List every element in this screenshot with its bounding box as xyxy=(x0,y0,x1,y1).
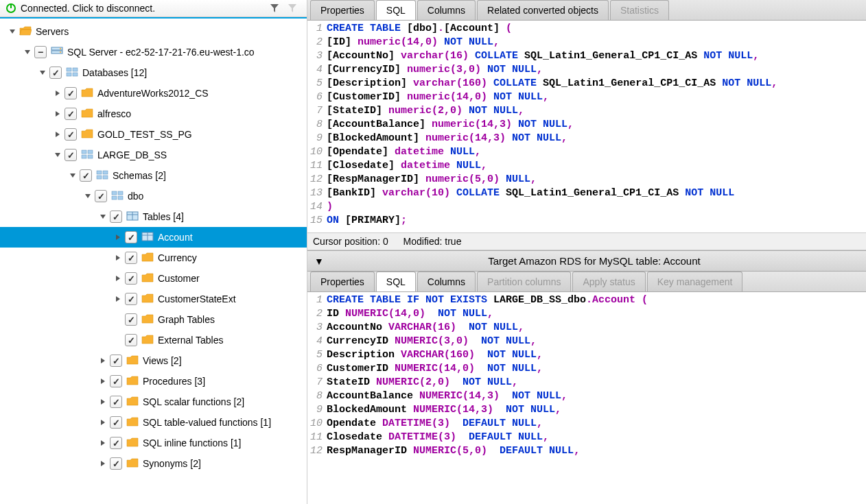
tree-table-3[interactable]: CustomerStateExt xyxy=(0,289,307,309)
expander-icon[interactable] xyxy=(114,295,122,303)
tab-columns[interactable]: Columns xyxy=(417,0,476,20)
checkbox[interactable] xyxy=(95,190,107,202)
code-content[interactable]: [CurrencyID] numeric(3,0) NOT NULL, xyxy=(327,63,543,77)
code-content[interactable]: CustomerID NUMERIC(14,0) NOT NULL, xyxy=(327,362,543,376)
expander-icon[interactable] xyxy=(84,192,92,200)
code-content[interactable]: Opendate DATETIME(3) DEFAULT NULL, xyxy=(327,417,543,431)
expander-icon[interactable] xyxy=(8,27,16,36)
expander-icon[interactable] xyxy=(54,130,62,139)
checkbox[interactable] xyxy=(110,437,122,449)
tree-other-1[interactable]: Procedures [3] xyxy=(0,371,307,392)
power-icon[interactable] xyxy=(5,3,16,14)
code-content[interactable]: [CustomerID] numeric(14,0) NOT NULL, xyxy=(327,91,549,104)
expander-icon[interactable] xyxy=(114,233,122,241)
tab-sql[interactable]: SQL xyxy=(376,272,416,291)
tree-db-2[interactable]: GOLD_TEST_SS_PG xyxy=(0,124,307,145)
code-content[interactable]: Description VARCHAR(160) NOT NULL, xyxy=(327,348,543,362)
tree-tables[interactable]: Tables [4] xyxy=(0,206,307,227)
tree-other-4[interactable]: SQL inline functions [1] xyxy=(0,433,307,453)
expander-icon[interactable] xyxy=(99,357,107,365)
code-content[interactable]: [AccountBalance] numeric(14,3) NOT NULL, xyxy=(327,118,574,132)
filter-icon[interactable] xyxy=(270,3,279,13)
tree-db-3[interactable]: LARGE_DB_SS xyxy=(0,145,307,165)
code-content[interactable]: [ID] numeric(14,0) NOT NULL, xyxy=(327,36,500,49)
code-content[interactable]: ID NUMERIC(14,0) NOT NULL, xyxy=(327,307,493,321)
tree-server[interactable]: SQL Server - ec2-52-17-21-76.eu-west-1.c… xyxy=(0,42,307,62)
expander-icon[interactable] xyxy=(54,110,62,118)
checkbox[interactable] xyxy=(110,396,122,408)
expander-icon[interactable] xyxy=(99,398,107,406)
code-content[interactable]: [RespManagerID] numeric(5,0) NULL, xyxy=(327,173,537,187)
code-content[interactable]: RespManagerID NUMERIC(5,0) DEFAULT NULL, xyxy=(327,444,580,458)
tree-table-2[interactable]: Customer xyxy=(0,268,307,289)
code-content[interactable]: [BankID] varchar(10) COLLATE SQL_Latin1_… xyxy=(327,187,734,200)
code-content[interactable]: StateID NUMERIC(2,0) NOT NULL, xyxy=(327,376,518,389)
checkbox[interactable] xyxy=(125,334,137,346)
tree-schema-dbo[interactable]: dbo xyxy=(0,186,307,206)
connection-status[interactable]: Connected. Click to disconnect. xyxy=(21,3,266,14)
tree-other-0[interactable]: Views [2] xyxy=(0,350,307,371)
checkbox[interactable] xyxy=(110,355,122,367)
expander-icon[interactable] xyxy=(23,48,32,56)
target-section-header[interactable]: ▼ Target Amazon RDS for MySQL table: Acc… xyxy=(307,250,866,272)
tree-db-1[interactable]: alfresco xyxy=(0,104,307,124)
checkbox[interactable] xyxy=(65,149,77,161)
expander-icon[interactable] xyxy=(54,89,62,97)
code-content[interactable]: Closedate DATETIME(3) DEFAULT NULL, xyxy=(327,431,549,444)
expander-icon[interactable] xyxy=(38,69,47,77)
tab-properties[interactable]: Properties xyxy=(310,272,375,291)
checkbox[interactable] xyxy=(110,457,122,470)
tab-columns[interactable]: Columns xyxy=(417,272,476,291)
checkbox[interactable] xyxy=(65,128,77,141)
expander-icon[interactable] xyxy=(114,336,122,344)
tab-related-converted-objects[interactable]: Related converted objects xyxy=(477,0,609,20)
source-sql-editor[interactable]: 1CREATE TABLE [dbo].[Account] (2[ID] num… xyxy=(307,21,866,232)
tree-databases[interactable]: Databases [12] xyxy=(0,62,307,83)
expander-icon[interactable] xyxy=(114,254,122,262)
expander-icon[interactable] xyxy=(99,418,107,427)
checkbox[interactable] xyxy=(65,87,77,99)
collapse-icon[interactable]: ▼ xyxy=(314,256,324,267)
code-content[interactable]: [AccountNo] varchar(16) COLLATE SQL_Lati… xyxy=(327,49,759,63)
tab-sql[interactable]: SQL xyxy=(376,0,416,20)
tab-properties[interactable]: Properties xyxy=(310,0,375,20)
checkbox[interactable] xyxy=(65,108,77,120)
checkbox[interactable] xyxy=(125,252,137,264)
target-sql-editor[interactable]: 1CREATE TABLE IF NOT EXISTS LARGE_DB_SS_… xyxy=(307,292,866,504)
code-content[interactable]: [BlockedAmount] numeric(14,3) NOT NULL, xyxy=(327,132,567,145)
checkbox[interactable] xyxy=(110,416,122,429)
tree-table-1[interactable]: Currency xyxy=(0,248,307,268)
tree-table-0[interactable]: Account xyxy=(0,227,307,248)
code-content[interactable]: ON [PRIMARY]; xyxy=(327,214,407,228)
checkbox[interactable] xyxy=(110,211,122,223)
expander-icon[interactable] xyxy=(69,171,77,180)
code-content[interactable]: CurrencyID NUMERIC(3,0) NOT NULL, xyxy=(327,335,537,348)
checkbox[interactable] xyxy=(34,46,47,58)
checkbox[interactable] xyxy=(125,313,137,326)
code-content[interactable]: BlockedAmount NUMERIC(14,3) NOT NULL, xyxy=(327,403,561,417)
checkbox[interactable] xyxy=(125,293,137,305)
checkbox[interactable] xyxy=(125,231,137,243)
tree-extra-1[interactable]: External Tables xyxy=(0,330,307,350)
code-content[interactable]: CREATE TABLE IF NOT EXISTS LARGE_DB_SS_d… xyxy=(327,293,648,307)
tree-other-2[interactable]: SQL scalar functions [2] xyxy=(0,392,307,412)
tree-schemas[interactable]: Schemas [2] xyxy=(0,165,307,186)
tree-db-0[interactable]: AdventureWorks2012_CS xyxy=(0,83,307,104)
code-content[interactable]: AccountBalance NUMERIC(14,3) NOT NULL, xyxy=(327,389,567,403)
code-content[interactable]: [Opendate] datetime NULL, xyxy=(327,145,481,159)
expander-icon[interactable] xyxy=(99,377,107,385)
code-content[interactable]: [Description] varchar(160) COLLATE SQL_L… xyxy=(327,77,777,91)
expander-icon[interactable] xyxy=(54,151,62,159)
checkbox[interactable] xyxy=(110,375,122,387)
expander-icon[interactable] xyxy=(114,274,122,283)
expander-icon[interactable] xyxy=(99,213,107,221)
code-content[interactable]: [StateID] numeric(2,0) NOT NULL, xyxy=(327,104,524,118)
checkbox[interactable] xyxy=(125,272,137,285)
code-content[interactable]: AccountNo VARCHAR(16) NOT NULL, xyxy=(327,321,524,335)
tree-servers[interactable]: Servers xyxy=(0,21,307,42)
checkbox[interactable] xyxy=(80,169,92,182)
tree-other-3[interactable]: SQL table-valued functions [1] xyxy=(0,412,307,433)
expander-icon[interactable] xyxy=(99,459,107,468)
expander-icon[interactable] xyxy=(114,315,122,324)
code-content[interactable]: ) xyxy=(327,200,333,214)
